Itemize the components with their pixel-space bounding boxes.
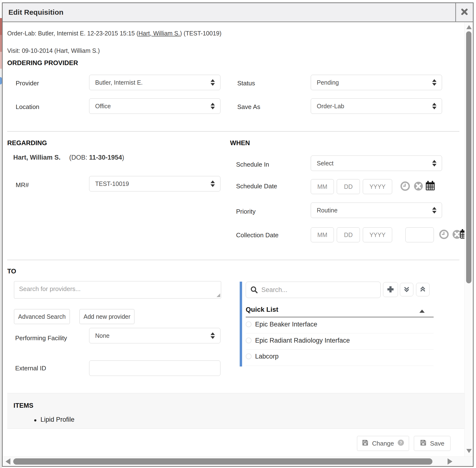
quick-list-accent-bar <box>240 282 242 366</box>
order-summary-line: Order-Lab: Butler, Internist E. 12-23-20… <box>7 30 221 37</box>
order-summary-suffix: ) (TEST-10019) <box>180 30 221 37</box>
radio-icon[interactable] <box>246 337 252 343</box>
schedule-date-clear-icon[interactable] <box>414 181 423 191</box>
provider-search-input[interactable] <box>14 281 221 298</box>
collection-year-input[interactable] <box>363 227 392 242</box>
location-select[interactable]: Office <box>89 98 220 114</box>
quick-list-item-label[interactable]: Labcorp <box>255 353 279 360</box>
priority-select[interactable]: Routine <box>311 203 442 218</box>
select-arrows-icon <box>432 207 436 214</box>
schedule-month-input[interactable] <box>311 179 334 194</box>
provider-label: Provider <box>16 80 39 87</box>
advanced-search-button[interactable]: Advanced Search <box>14 309 70 324</box>
scroll-left-arrow-icon[interactable] <box>6 458 10 465</box>
list-separator <box>246 366 434 366</box>
radio-icon[interactable] <box>246 322 252 327</box>
priority-select-value: Routine <box>317 207 337 214</box>
schedule-date-label: Schedule Date <box>236 183 277 190</box>
vertical-scrollbar-thumb[interactable] <box>466 31 471 283</box>
quick-list-search-area <box>246 282 381 298</box>
select-arrows-icon <box>432 160 436 167</box>
visit-line: Visit: 09-10-2014 (Hart, William S.) <box>7 47 100 54</box>
mr-select-value: TEST-10019 <box>95 180 129 187</box>
collapse-caret-icon[interactable] <box>420 310 425 313</box>
quick-list-search-input[interactable] <box>246 282 381 298</box>
edit-requisition-dialog: Edit Requisition Order-Lab: Butler, Inte… <box>2 2 474 467</box>
schedule-year-input[interactable] <box>363 179 392 194</box>
select-arrows-icon <box>432 79 436 86</box>
dialog-titlebar: Edit Requisition <box>3 3 473 22</box>
section-divider <box>7 131 459 132</box>
mr-select[interactable]: TEST-10019 <box>89 176 220 191</box>
schedule-in-label: Schedule In <box>236 161 269 168</box>
save-button-label: Save <box>430 440 444 447</box>
close-button[interactable] <box>455 3 473 21</box>
section-divider <box>7 260 459 260</box>
quick-list-heading[interactable]: Quick List <box>246 306 278 313</box>
change-button-label: Change <box>372 440 394 447</box>
select-arrows-icon <box>210 333 215 339</box>
vertical-scrollbar[interactable] <box>464 22 473 456</box>
collection-day-input[interactable] <box>337 227 360 242</box>
collection-time-clock-icon[interactable] <box>439 230 449 239</box>
location-label: Location <box>16 103 39 111</box>
schedule-day-input[interactable] <box>337 179 360 194</box>
double-chevron-down-icon <box>403 285 410 294</box>
list-separator <box>246 333 434 334</box>
collection-calendar-icon[interactable] <box>460 229 464 238</box>
help-icon[interactable]: ? <box>397 439 404 448</box>
scroll-down-arrow-icon[interactable] <box>466 449 472 453</box>
collection-time-input[interactable] <box>406 227 434 242</box>
save-disk-icon <box>362 439 369 448</box>
quick-list-underline <box>246 317 434 317</box>
regarding-heading: REGARDING <box>7 139 47 147</box>
scroll-right-arrow-icon[interactable] <box>448 458 452 465</box>
save-as-label: Save As <box>237 103 260 111</box>
provider-select-value: Butler, Internist E. <box>95 79 143 86</box>
dialog-title: Edit Requisition <box>8 3 63 21</box>
performing-facility-select-value: None <box>95 332 110 339</box>
select-arrows-icon <box>210 103 215 109</box>
background-page-sliver <box>0 0 2 468</box>
change-button[interactable]: Change ? <box>357 436 409 451</box>
quick-list-item-label[interactable]: Epic Beaker Interface <box>255 321 317 328</box>
patient-link[interactable]: Hart, William S. <box>139 30 180 37</box>
horizontal-scrollbar[interactable] <box>3 456 473 466</box>
horizontal-scrollbar-thumb[interactable] <box>13 458 432 465</box>
schedule-time-clock-icon[interactable] <box>400 181 410 191</box>
location-select-value: Office <box>95 103 111 110</box>
priority-label: Priority <box>236 208 256 215</box>
dob-prefix: (DOB: <box>69 154 89 161</box>
add-new-provider-button[interactable]: Add new provider <box>80 309 134 324</box>
items-heading: ITEMS <box>14 402 33 410</box>
status-select[interactable]: Pending <box>311 75 442 90</box>
save-as-select-value: Order-Lab <box>317 103 344 110</box>
to-heading: TO <box>7 268 16 275</box>
patient-name: Hart, William S. <box>13 154 60 161</box>
collection-month-input[interactable] <box>311 227 334 242</box>
dialog-body: Order-Lab: Butler, Internist E. 12-23-20… <box>3 22 464 456</box>
schedule-calendar-icon[interactable] <box>425 180 435 190</box>
select-arrows-icon <box>210 79 215 86</box>
item-label: Lipid Profile <box>41 416 74 424</box>
save-button[interactable]: Save <box>414 436 450 451</box>
order-summary-prefix: Order-Lab: Butler, Internist E. 12-23-20… <box>7 30 139 37</box>
schedule-in-select[interactable]: Select <box>311 156 442 171</box>
resize-grip-icon[interactable] <box>217 293 220 297</box>
save-as-select[interactable]: Order-Lab <box>311 98 442 114</box>
select-arrows-icon <box>210 181 215 187</box>
expand-all-button[interactable] <box>400 283 413 296</box>
scroll-up-arrow-icon[interactable] <box>466 25 472 29</box>
plus-icon <box>386 285 395 294</box>
radio-icon[interactable] <box>246 353 252 359</box>
patient-line: Hart, William S.(DOB: 11-30-1954) <box>13 154 124 161</box>
quick-list-item-label[interactable]: Epic Radiant Radiology Interface <box>255 337 350 344</box>
add-recipient-button[interactable] <box>383 282 398 297</box>
bullet-icon <box>34 419 36 422</box>
status-label: Status <box>237 80 255 87</box>
collapse-all-button[interactable] <box>416 283 430 296</box>
status-select-value: Pending <box>317 79 339 86</box>
provider-select[interactable]: Butler, Internist E. <box>89 75 220 90</box>
external-id-input[interactable] <box>89 361 220 376</box>
performing-facility-select[interactable]: None <box>89 328 220 343</box>
